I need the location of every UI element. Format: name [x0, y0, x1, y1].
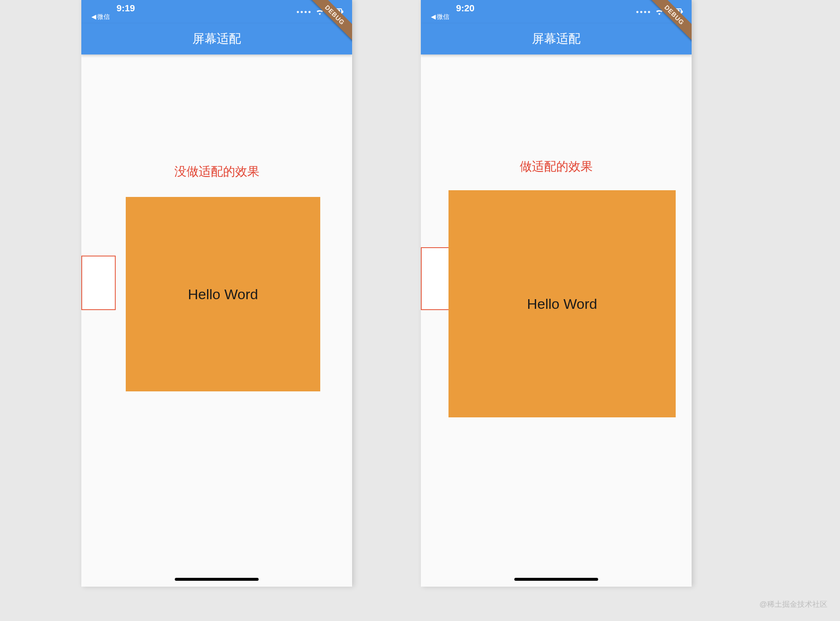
back-to-app[interactable]: ◀ 微信	[91, 13, 135, 21]
status-bar: 9:20 ◀ 微信 ●●●●	[421, 0, 692, 23]
back-caret-icon: ◀	[91, 13, 96, 21]
screen-body: 做适配的效果 Hello Word	[421, 54, 692, 587]
sample-box: Hello Word	[126, 197, 320, 391]
app-bar: 屏幕适配	[81, 23, 352, 54]
sample-box-text: Hello Word	[188, 286, 258, 303]
back-app-label: 微信	[97, 13, 110, 21]
wifi-icon	[315, 8, 324, 15]
status-time: 9:20	[431, 3, 474, 14]
app-bar-title: 屏幕适配	[192, 31, 241, 47]
battery-icon	[328, 8, 342, 15]
status-time: 9:19	[91, 3, 135, 14]
screen-body: 没做适配的效果 Hello Word	[81, 54, 352, 587]
back-app-label: 微信	[437, 13, 449, 21]
cellular-icon: ●●●●	[636, 9, 651, 15]
battery-icon	[667, 8, 682, 15]
app-bar: 屏幕适配	[421, 23, 692, 54]
watermark: @稀土掘金技术社区	[760, 599, 827, 609]
wifi-icon	[655, 8, 664, 15]
home-indicator[interactable]	[175, 578, 259, 581]
app-bar-title: 屏幕适配	[532, 31, 581, 47]
back-to-app[interactable]: ◀ 微信	[431, 13, 474, 21]
sample-box-text: Hello Word	[527, 296, 597, 312]
heading-label: 做适配的效果	[520, 158, 593, 175]
heading-label: 没做适配的效果	[174, 163, 259, 180]
phone-left: DEBUG 9:19 ◀ 微信 ●●●● 屏幕适配 没做适配的效果 He	[81, 0, 352, 587]
status-bar: 9:19 ◀ 微信 ●●●●	[81, 0, 352, 23]
phone-right: DEBUG 9:20 ◀ 微信 ●●●● 屏幕适配 做适配的效果 Hel	[421, 0, 692, 587]
sample-box: Hello Word	[449, 190, 676, 417]
back-caret-icon: ◀	[431, 13, 436, 21]
left-marker-box	[421, 247, 451, 310]
home-indicator[interactable]	[514, 578, 598, 581]
cellular-icon: ●●●●	[296, 9, 312, 15]
left-marker-box	[81, 256, 116, 310]
